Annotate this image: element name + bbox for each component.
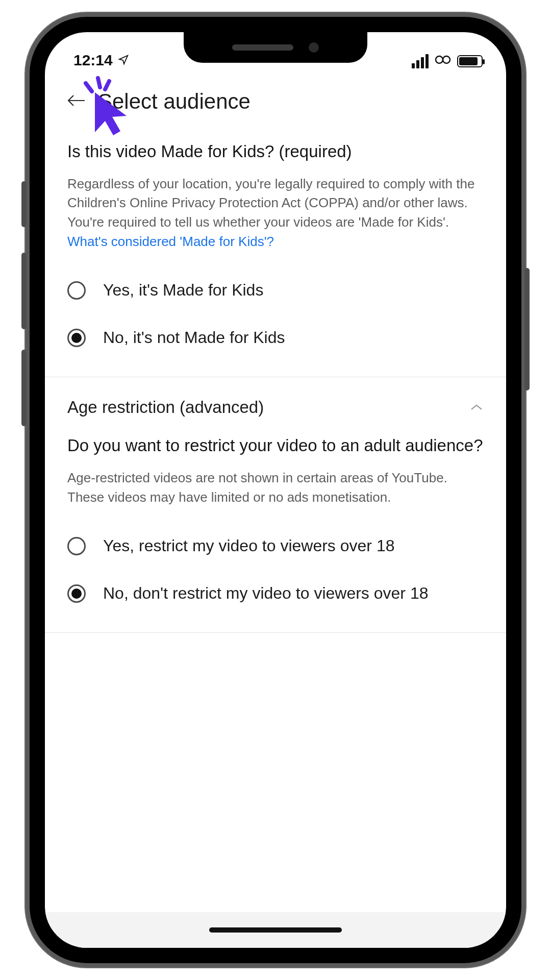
svg-point-0: [436, 56, 443, 63]
app-header: Select audience: [45, 73, 506, 121]
mfk-option-yes[interactable]: Yes, it's Made for Kids: [67, 266, 484, 314]
age-option-yes[interactable]: Yes, restrict my video to viewers over 1…: [67, 522, 484, 570]
mfk-option-yes-label: Yes, it's Made for Kids: [103, 281, 263, 300]
radio-icon: [67, 537, 86, 555]
side-button: [21, 253, 27, 329]
vpn-icon: [435, 53, 451, 69]
age-restriction-section: Do you want to restrict your video to an…: [45, 422, 506, 517]
svg-line-5: [105, 81, 109, 89]
side-button: [524, 268, 530, 390]
mfk-helper-body: Regardless of your location, you're lega…: [67, 176, 474, 230]
mfk-option-no[interactable]: No, it's not Made for Kids: [67, 314, 484, 361]
content-area: Is this video Made for Kids? (required) …: [45, 121, 506, 912]
side-button: [21, 181, 27, 227]
status-time: 12:14: [73, 52, 113, 69]
age-helper-text: Age-restricted videos are not shown in c…: [67, 469, 484, 507]
home-indicator[interactable]: [209, 927, 342, 933]
mfk-helper-text: Regardless of your location, you're lega…: [67, 175, 484, 252]
radio-icon: [67, 584, 86, 603]
section-divider: [45, 632, 506, 633]
mfk-options: Yes, it's Made for Kids No, it's not Mad…: [45, 261, 506, 377]
age-option-yes-label: Yes, restrict my video to viewers over 1…: [103, 536, 394, 555]
made-for-kids-section: Is this video Made for Kids? (required) …: [45, 121, 506, 261]
notch: [184, 32, 367, 63]
mfk-question: Is this video Made for Kids? (required): [67, 140, 484, 163]
battery-icon: [457, 55, 483, 67]
chevron-up-icon: [469, 401, 484, 414]
bottom-bar: [45, 912, 506, 948]
mfk-option-no-label: No, it's not Made for Kids: [103, 328, 285, 347]
age-restriction-toggle[interactable]: Age restriction (advanced): [45, 377, 506, 422]
svg-point-1: [443, 56, 450, 63]
age-restriction-title: Age restriction (advanced): [67, 398, 264, 417]
screen: 12:14: [45, 32, 506, 948]
back-button[interactable]: [64, 87, 89, 116]
age-option-no-label: No, don't restrict my video to viewers o…: [103, 584, 428, 603]
radio-icon: [67, 329, 86, 347]
age-options: Yes, restrict my video to viewers over 1…: [45, 517, 506, 632]
location-icon: [118, 52, 129, 69]
age-option-no[interactable]: No, don't restrict my video to viewers o…: [67, 570, 484, 617]
svg-line-3: [98, 78, 100, 87]
age-question: Do you want to restrict your video to an…: [67, 434, 484, 457]
side-button: [21, 350, 27, 426]
radio-icon: [67, 281, 86, 300]
phone-device-frame: 12:14: [26, 13, 525, 967]
signal-icon: [412, 54, 429, 68]
page-title: Select audience: [98, 89, 251, 114]
mfk-learn-more-link[interactable]: What's considered 'Made for Kids'?: [67, 234, 274, 249]
